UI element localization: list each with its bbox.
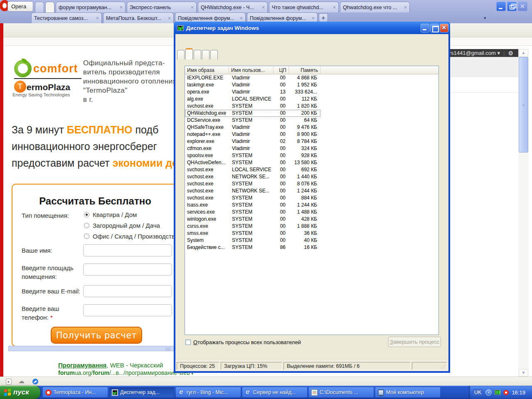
menu-item[interactable] <box>199 38 206 40</box>
close-button[interactable] <box>440 24 448 32</box>
tab-close-icon[interactable]: × <box>333 5 336 10</box>
browser-tab-stub[interactable] <box>45 2 54 12</box>
column-header[interactable]: Память <box>289 66 320 74</box>
process-row[interactable]: svchost.exe SYSTEM 00 8 076 КБ <box>185 180 320 187</box>
menu-item[interactable] <box>206 38 214 40</box>
new-tab-button[interactable]: + <box>319 13 328 22</box>
search-result-link[interactable]: Програмування, WEB - Черкасский <box>58 362 163 369</box>
process-row[interactable]: svchost.exe NETWORK SE... 00 1 244 КБ <box>185 187 320 195</box>
radio-option[interactable]: Квартира / Дом <box>84 211 178 218</box>
checkbox-label[interactable]: Отображать процессы всех пользователей <box>193 339 301 345</box>
start-button[interactable]: пуск <box>0 386 40 399</box>
column-header[interactable]: Имя пользов... <box>229 66 273 74</box>
process-row[interactable]: QHActiveDefen... SYSTEM 00 13 580 КБ <box>185 159 320 166</box>
radio-icon[interactable] <box>84 234 89 239</box>
process-row[interactable]: System SYSTEM 00 40 КБ <box>185 237 320 244</box>
process-row[interactable]: explorer.exe Vladimir 02 8 784 КБ <box>185 138 320 145</box>
tab[interactable] <box>194 50 201 59</box>
browser-tab[interactable]: QHWatchdog.exe - Ч... × <box>198 2 268 12</box>
area-field[interactable] <box>83 264 172 276</box>
process-row[interactable]: notepad++.exe Vladimir 00 8 900 КБ <box>185 131 320 138</box>
browser-tab[interactable]: форум програмуван... × <box>56 2 126 12</box>
minimize-button[interactable] <box>496 2 506 11</box>
tab-overflow-icon[interactable]: ▾ <box>484 15 486 21</box>
scrollbar-thumb[interactable]: ≡ <box>519 57 528 153</box>
taskbar-button[interactable]: Мой компьютер <box>375 387 440 397</box>
tab[interactable] <box>185 48 193 59</box>
radio-option[interactable]: Офис / Склад / Производство <box>84 233 178 240</box>
panels-toggle-icon[interactable]: ▸ <box>6 379 12 384</box>
tab-close-icon[interactable]: × <box>191 5 194 10</box>
browser-tab[interactable]: Qhwatchdog.exe что ... × <box>340 2 410 12</box>
opera-menu-button[interactable]: Opera <box>7 1 33 12</box>
process-row[interactable]: opera.exe Vladimir 13 333 624... <box>185 89 320 96</box>
radio-icon[interactable] <box>84 223 89 228</box>
scroll-up-icon[interactable]: ▲ <box>519 49 528 57</box>
process-row[interactable]: winlogon.exe SYSTEM 00 428 КБ <box>185 216 320 223</box>
process-row[interactable]: spoolsv.exe SYSTEM 00 928 КБ <box>185 152 320 159</box>
minimize-button[interactable] <box>421 24 429 32</box>
menu-item[interactable] <box>176 38 184 40</box>
process-row[interactable]: smss.exe SYSTEM 00 36 КБ <box>185 230 320 237</box>
process-row[interactable]: IEXPLORE.EXE Vladimir 00 4 868 КБ <box>185 74 320 81</box>
taskbar-button[interactable]: гугл - Bing - Mic... <box>176 387 241 397</box>
radio-icon[interactable] <box>84 212 89 217</box>
email-field[interactable] <box>83 285 172 297</box>
process-row[interactable]: alg.exe LOCAL SERVICE 00 112 КБ <box>185 96 320 103</box>
process-row[interactable]: taskmgr.exe Vladimir 00 1 952 КБ <box>185 81 320 89</box>
opera-turbo-icon[interactable] <box>32 379 38 384</box>
taskbar-button[interactable]: Диспетчер зад... <box>109 387 174 397</box>
tab[interactable] <box>202 50 209 59</box>
account-email[interactable]: rs1441@gmail.com ▾ <box>449 50 500 56</box>
browser-tab[interactable]: Что такое qhwatchd... × <box>269 2 339 12</box>
process-row[interactable]: svchost.exe LOCAL SERVICE 00 692 КБ <box>185 166 320 173</box>
menu-item[interactable] <box>191 38 199 40</box>
process-row[interactable]: svchost.exe NETWORK SE... 00 1 440 КБ <box>185 173 320 180</box>
tab[interactable] <box>210 50 218 59</box>
submit-button[interactable]: Получить расчет <box>51 327 142 344</box>
column-header[interactable]: ЦП <box>273 66 289 74</box>
language-indicator[interactable]: UK <box>473 389 483 396</box>
taskbar-button[interactable]: C:\Documents ... <box>309 387 374 397</box>
end-process-button[interactable]: Завершить процесс <box>388 337 441 347</box>
process-row[interactable]: services.exe SYSTEM 00 1 488 КБ <box>185 209 320 216</box>
name-field[interactable] <box>83 244 172 256</box>
resize-grip-icon[interactable]: ⋰ <box>442 365 446 369</box>
opera-side-panel-strip[interactable] <box>0 23 3 377</box>
process-row[interactable]: QHWatchdog.exe SYSTEM 00 200 КБ <box>185 110 320 117</box>
tab-close-icon[interactable]: × <box>312 15 315 21</box>
browser-tab[interactable]: Тестирование самоз... × <box>31 12 102 23</box>
process-row[interactable]: lsass.exe SYSTEM 00 1 244 КБ <box>185 202 320 209</box>
taskbar-button[interactable]: Сервер не найд... <box>242 387 307 397</box>
process-row[interactable]: QHSafeTray.exe Vladimir 00 9 476 КБ <box>185 124 320 131</box>
browser-tab[interactable]: Экспресс-панель × <box>127 2 197 12</box>
tab-close-icon[interactable]: × <box>168 15 171 21</box>
sync-cloud-icon[interactable]: ☁ <box>18 377 25 385</box>
radio-option[interactable]: Загородный дом / Дача <box>84 222 178 229</box>
process-row[interactable]: svchost.exe SYSTEM 00 884 КБ <box>185 195 320 202</box>
tab-close-icon[interactable]: × <box>96 15 99 21</box>
scroll-down-icon[interactable]: ▼ <box>519 369 528 377</box>
column-header[interactable]: Имя образа <box>185 66 229 74</box>
maximize-button[interactable] <box>430 24 439 32</box>
process-row[interactable]: Бездействие с... SYSTEM 86 16 КБ <box>185 244 320 251</box>
process-row[interactable]: svchost.exe SYSTEM 00 1 820 КБ <box>185 103 320 110</box>
checkbox[interactable] <box>185 340 191 345</box>
browser-tab[interactable]: МетаПошта. Безкошт... × <box>103 12 174 23</box>
process-row[interactable]: csrss.exe SYSTEM 00 1 888 КБ <box>185 223 320 230</box>
menu-item[interactable] <box>184 38 191 40</box>
browser-tab-stub[interactable] <box>35 2 44 12</box>
task-manager-titlebar[interactable]: Диспетчер задач Windows <box>174 22 450 34</box>
tab[interactable] <box>177 50 185 59</box>
network-activity-icon[interactable] <box>495 390 500 395</box>
taskbar-button[interactable]: Termoplaza - Ин... <box>43 387 108 397</box>
tab-close-icon[interactable]: × <box>262 5 265 10</box>
horizontal-scrollbar[interactable]: |||| <box>8 346 177 351</box>
tab-close-icon[interactable]: × <box>240 15 243 21</box>
tab-close-icon[interactable]: × <box>404 5 407 10</box>
gear-icon[interactable]: ⚙ <box>508 50 513 57</box>
hide-icons-icon[interactable]: ‹ <box>485 389 492 396</box>
phone-field[interactable] <box>83 304 172 316</box>
opera-tray-icon[interactable] <box>503 390 509 395</box>
process-row[interactable]: ctfmon.exe Vladimir 00 324 КБ <box>185 145 320 152</box>
